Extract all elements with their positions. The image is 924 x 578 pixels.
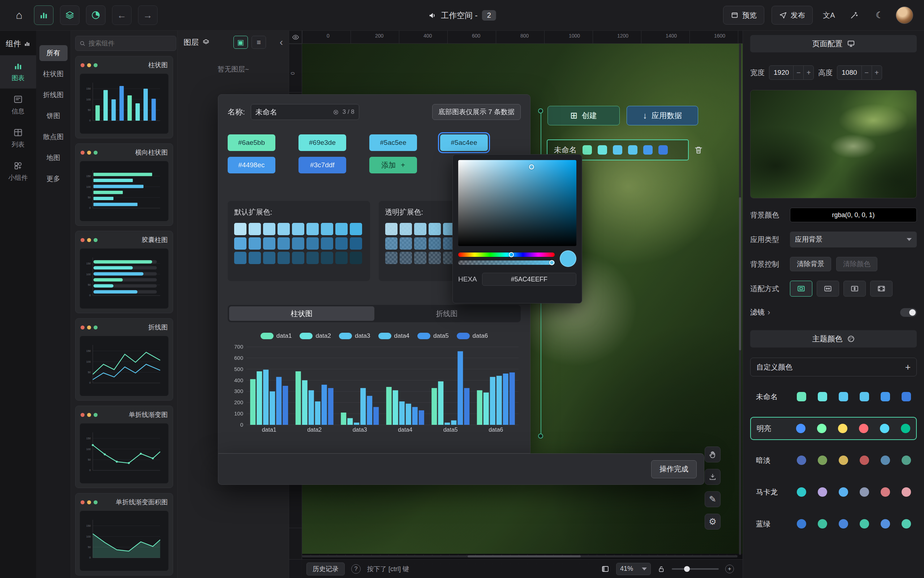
legend-item[interactable]: data1 (261, 332, 292, 339)
palette-swatch[interactable] (292, 237, 304, 250)
zoom-select[interactable]: 41% (616, 563, 651, 575)
theme-row-option[interactable]: 未命名 (750, 385, 917, 408)
alpha-slider[interactable] (458, 260, 555, 265)
transparent-palette-swatch[interactable] (429, 252, 441, 264)
palette-swatch[interactable] (321, 252, 333, 264)
color-chip[interactable]: #3c7ddf (299, 157, 346, 174)
palette-swatch[interactable] (248, 223, 261, 235)
fit-screen-button[interactable] (790, 281, 812, 297)
zoom-in-button[interactable]: + (725, 565, 734, 573)
tab-inactive[interactable]: 折线图 (374, 306, 520, 321)
category-button[interactable]: 地图 (39, 150, 68, 166)
component-card[interactable]: 柱状图150100500 (75, 56, 173, 138)
search-input[interactable] (89, 40, 172, 47)
vertical-scrollbar[interactable] (739, 44, 741, 555)
add-color-button[interactable]: 添加 + (369, 157, 417, 174)
history-button[interactable]: 历史记录 (307, 562, 345, 575)
transparent-palette-swatch[interactable] (399, 252, 412, 264)
hexa-input[interactable] (482, 273, 576, 286)
height-decrease-button[interactable]: − (861, 65, 872, 80)
component-card[interactable]: 胶囊柱图150100500 (75, 231, 173, 313)
category-button[interactable]: 折线图 (39, 87, 68, 103)
color-chip[interactable]: #5ac5ee (369, 135, 417, 151)
tab-active[interactable]: 柱状图 (229, 306, 374, 321)
background-image-preview[interactable] (750, 90, 917, 198)
component-card[interactable]: 横向柱状图150100500 (75, 143, 173, 226)
palette-swatch[interactable] (278, 223, 290, 235)
collapse-panel-button[interactable]: ‹ (280, 36, 283, 48)
transparent-palette-swatch[interactable] (385, 223, 398, 235)
palette-swatch[interactable] (350, 223, 362, 235)
transparent-palette-swatch[interactable] (429, 237, 441, 250)
legend-item[interactable]: data6 (457, 332, 488, 339)
height-value[interactable]: 1080 (837, 69, 861, 76)
custom-color-row[interactable]: 自定义颜色 + (750, 358, 917, 377)
transparent-palette-swatch[interactable] (399, 237, 412, 250)
hue-cursor[interactable] (509, 252, 514, 257)
redo-button[interactable]: → (138, 5, 158, 25)
bg-color-swatch[interactable]: rgba(0, 0, 0, 1) (790, 208, 917, 222)
palette-swatch[interactable] (321, 237, 333, 250)
palette-swatch[interactable] (335, 223, 348, 235)
palette-swatch[interactable] (292, 223, 304, 235)
sidebar-item-widget[interactable]: 小组件 (0, 155, 36, 188)
color-chip[interactable]: #6ae5bb (228, 135, 275, 151)
publish-button[interactable]: 发布 (771, 6, 813, 24)
charts-module-button[interactable] (34, 5, 54, 25)
palette-swatch[interactable] (350, 252, 362, 264)
palette-swatch[interactable] (335, 237, 348, 250)
category-button[interactable]: 柱状图 (39, 66, 68, 82)
transparent-palette-swatch[interactable] (414, 237, 426, 250)
download-button[interactable] (705, 469, 721, 485)
done-button[interactable]: 操作完成 (651, 460, 697, 478)
category-button[interactable]: 散点图 (39, 129, 68, 145)
palette-swatch[interactable] (335, 252, 348, 264)
fit-width-button[interactable] (817, 281, 839, 297)
transparent-palette-swatch[interactable] (385, 252, 398, 264)
preview-button[interactable]: 预览 (723, 6, 764, 24)
layers-module-button[interactable] (60, 5, 80, 25)
palette-swatch[interactable] (234, 237, 247, 250)
saturation-cursor[interactable] (529, 164, 534, 169)
theme-row-option[interactable]: 暗淡 (750, 449, 917, 472)
app-type-select[interactable]: 应用背景 (790, 232, 917, 247)
category-button[interactable]: 所有 (39, 45, 68, 61)
list-view-button[interactable]: ≡ (252, 36, 266, 49)
zoom-slider[interactable] (672, 568, 719, 570)
legend-item[interactable]: data3 (339, 332, 370, 339)
panel-layout-icon[interactable] (601, 565, 610, 573)
category-button[interactable]: 饼图 (39, 108, 68, 124)
width-value[interactable]: 1920 (769, 69, 793, 76)
pie-module-button[interactable] (86, 5, 106, 25)
sidebar-item-chart[interactable]: 图表 (0, 55, 36, 89)
filter-toggle[interactable] (900, 308, 917, 317)
palette-swatch[interactable] (292, 252, 304, 264)
sidebar-item-info[interactable]: 信息 (0, 89, 36, 122)
page-config-title[interactable]: 页面配置 (750, 35, 917, 52)
edit-button[interactable]: ✎ (705, 491, 721, 507)
settings-button[interactable]: ⚙ (705, 514, 721, 529)
category-button[interactable]: 更多 (39, 171, 68, 187)
add-custom-color-icon[interactable]: + (905, 362, 911, 373)
component-card[interactable]: 折线图150100500 (75, 318, 173, 401)
component-card[interactable]: 单折线渐变图150100500 (75, 406, 173, 488)
saturation-area[interactable] (458, 160, 576, 246)
color-chip[interactable]: #5ac4ee (440, 135, 488, 151)
alpha-cursor[interactable] (549, 260, 554, 265)
sidebar-item-table[interactable]: 列表 (0, 122, 36, 155)
palette-swatch[interactable] (234, 252, 247, 264)
height-increase-button[interactable]: + (872, 65, 882, 80)
hand-tool-button[interactable] (705, 446, 721, 463)
palette-swatch[interactable] (263, 223, 275, 235)
fit-height-button[interactable] (843, 281, 866, 297)
transparent-palette-swatch[interactable] (399, 223, 412, 235)
transparent-palette-swatch[interactable] (429, 223, 441, 235)
legend-item[interactable]: data5 (417, 332, 449, 339)
no-scale-button[interactable] (870, 281, 893, 297)
name-input[interactable]: 未命名 ⊗ 3 / 8 (251, 104, 359, 120)
language-button[interactable]: 文A (820, 6, 838, 24)
transparent-palette-swatch[interactable] (414, 223, 426, 235)
palette-swatch[interactable] (263, 237, 275, 250)
palette-swatch[interactable] (278, 252, 290, 264)
clear-color-button[interactable]: 清除颜色 (836, 257, 877, 271)
